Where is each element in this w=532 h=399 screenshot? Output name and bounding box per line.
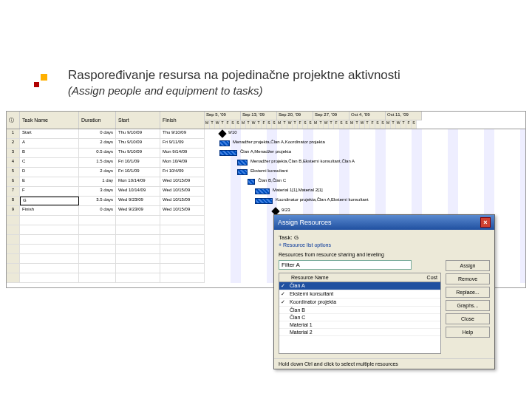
table-row[interactable]: 8 G 3.5 days Wed 9/23/09 Wed 10/15/09	[7, 197, 205, 206]
timeline-day: T	[318, 120, 324, 129]
row-id: 5	[7, 168, 20, 177]
bar-a[interactable]	[219, 140, 230, 146]
resource-row[interactable]: ✓Član A	[279, 282, 440, 290]
task-name-cell[interactable]: C	[20, 158, 79, 167]
bar-b[interactable]	[219, 150, 237, 156]
duration-cell[interactable]: 2 days	[79, 139, 116, 148]
task-name-cell[interactable]: F	[20, 187, 79, 196]
remove-button[interactable]: Remove	[446, 273, 490, 284]
duration-cell[interactable]: 3 days	[79, 187, 116, 196]
resource-list[interactable]: Resource Name Cost ✓Član A✓Eksterni kons…	[279, 273, 441, 354]
bar-c[interactable]	[237, 160, 248, 166]
finish-cell[interactable]: Wed 10/15/09	[160, 206, 205, 215]
timeline-day: T	[210, 120, 215, 129]
bar-e[interactable]	[248, 179, 255, 185]
table-row[interactable]: 7 F 3 days Wed 10/14/09 Wed 10/15/09	[7, 187, 205, 197]
col-finish[interactable]: Finish	[160, 112, 205, 129]
close-icon[interactable]: ×	[480, 217, 491, 228]
resource-options-link[interactable]: + Resource list options	[279, 242, 490, 248]
resource-name: Material 2	[290, 330, 313, 335]
task-name-cell[interactable]: E	[20, 177, 79, 186]
resource-row[interactable]: ✓Eksterni konsultant	[279, 290, 440, 299]
resource-row[interactable]: Material 2	[279, 329, 440, 336]
table-row[interactable]: 9 Finish 0 days Wed 9/23/09 Wed 10/15/09	[7, 206, 205, 216]
grid-header: ⓘ Task Name Duration Start Finish Sep 5,…	[7, 112, 525, 129]
resource-row[interactable]: ✓Koordinator projekta	[279, 299, 440, 307]
resource-row[interactable]: Član B	[279, 307, 440, 314]
check-icon: ✓	[281, 283, 290, 289]
task-name-cell[interactable]: D	[20, 168, 79, 177]
filter-combo[interactable]: Filter A	[279, 260, 412, 270]
finish-cell[interactable]: Wed 10/15/09	[160, 197, 205, 205]
duration-cell[interactable]: 1.5 days	[79, 158, 116, 167]
start-cell[interactable]: Wed 10/14/09	[116, 187, 160, 196]
start-cell[interactable]: Wed 9/23/09	[116, 197, 160, 205]
bar-f[interactable]	[255, 188, 270, 194]
finish-cell[interactable]: Mon 9/14/09	[160, 149, 205, 157]
slide-title: Raspoređivanje resursa na pojedinačne pr…	[68, 68, 400, 83]
task-name-cell[interactable]: Finish	[20, 206, 79, 215]
duration-cell[interactable]: 0 days	[79, 206, 116, 215]
graphs-button[interactable]: Graphs...	[446, 300, 490, 311]
duration-cell[interactable]: 0 days	[79, 129, 116, 138]
bar-label: Menadžer projekta,Član B,Eksterni konsul…	[250, 159, 355, 163]
timeline-day: W	[360, 120, 365, 129]
task-name-cell[interactable]: B	[20, 149, 79, 157]
finish-cell[interactable]: Mon 10/4/09	[160, 158, 205, 167]
resource-row[interactable]: Član C	[279, 314, 440, 321]
start-cell[interactable]: Thu 9/10/09	[116, 139, 160, 148]
task-name-cell[interactable]: G	[20, 197, 79, 205]
assign-resources-dialog: Assign Resources × Task: G + Resource li…	[273, 214, 495, 369]
start-cell[interactable]: Wed 9/23/09	[116, 206, 160, 215]
start-cell[interactable]: Thu 9/10/09	[116, 129, 160, 138]
timeline-day: S	[231, 120, 236, 129]
replace-button[interactable]: Replace...	[446, 287, 490, 298]
task-grid[interactable]: 1 Start 0 days Thu 9/10/09 Thu 9/10/092 …	[7, 129, 205, 283]
timeline-day: F	[406, 120, 412, 129]
finish-cell[interactable]: Wed 10/15/09	[160, 177, 205, 186]
help-button[interactable]: Help	[446, 327, 490, 338]
col-cost[interactable]: Cost	[427, 275, 437, 280]
bar-g[interactable]	[255, 198, 273, 204]
table-row[interactable]: 2 A 2 days Thu 9/10/09 Fri 9/11/09	[7, 139, 205, 149]
table-row[interactable]: 4 C 1.5 days Fri 10/1/09 Mon 10/4/09	[7, 158, 205, 168]
task-name-cell[interactable]: A	[20, 139, 79, 148]
duration-cell[interactable]: 1 day	[79, 177, 116, 186]
task-name-cell[interactable]: Start	[20, 129, 79, 138]
timeline-month: Sep 20, '09	[277, 112, 313, 120]
assign-button[interactable]: Assign	[446, 260, 490, 271]
col-start[interactable]: Start	[116, 112, 160, 129]
start-cell[interactable]: Fri 10/1/09	[116, 158, 160, 167]
bar-label: Koordinator projekta,Član A,Eksterni kon…	[276, 197, 369, 202]
finish-cell[interactable]: Thu 9/10/09	[160, 129, 205, 138]
close-button[interactable]: Close	[446, 313, 490, 324]
col-taskname[interactable]: Task Name	[20, 112, 79, 129]
finish-cell[interactable]: Fri 10/4/09	[160, 168, 205, 177]
table-row[interactable]: 6 E 1 day Mon 10/14/09 Wed 10/15/09	[7, 177, 205, 187]
milestone-start[interactable]	[218, 129, 226, 137]
row-id: 4	[7, 158, 20, 167]
col-indicator[interactable]: ⓘ	[7, 112, 20, 129]
timeline-day: S	[236, 120, 241, 129]
timeline-day: W	[396, 120, 401, 129]
duration-cell[interactable]: 0.5 days	[79, 149, 116, 157]
resource-name: Član C	[290, 315, 305, 320]
duration-cell[interactable]: 2 days	[79, 168, 116, 177]
duration-cell[interactable]: 3.5 days	[79, 197, 116, 205]
resource-row[interactable]: Material 1	[279, 321, 440, 329]
finish-cell[interactable]: Wed 10/15/09	[160, 187, 205, 196]
start-cell[interactable]: Thu 9/10/09	[116, 149, 160, 157]
resource-name: Član B	[290, 307, 305, 313]
table-row[interactable]: 5 D 2 days Fri 10/1/09 Fri 10/4/09	[7, 168, 205, 177]
col-duration[interactable]: Duration	[79, 112, 116, 129]
row-id: 7	[7, 187, 20, 196]
table-row[interactable]: 1 Start 0 days Thu 9/10/09 Thu 9/10/09	[7, 129, 205, 139]
col-resource-name[interactable]: Resource Name	[291, 275, 427, 280]
bar-label: 9/10	[228, 130, 237, 134]
dialog-titlebar[interactable]: Assign Resources ×	[274, 215, 494, 230]
start-cell[interactable]: Mon 10/14/09	[116, 177, 160, 186]
start-cell[interactable]: Fri 10/1/09	[116, 168, 160, 177]
finish-cell[interactable]: Fri 9/11/09	[160, 139, 205, 148]
table-row[interactable]: 3 B 0.5 days Thu 9/10/09 Mon 9/14/09	[7, 149, 205, 158]
bar-d[interactable]	[237, 169, 248, 175]
